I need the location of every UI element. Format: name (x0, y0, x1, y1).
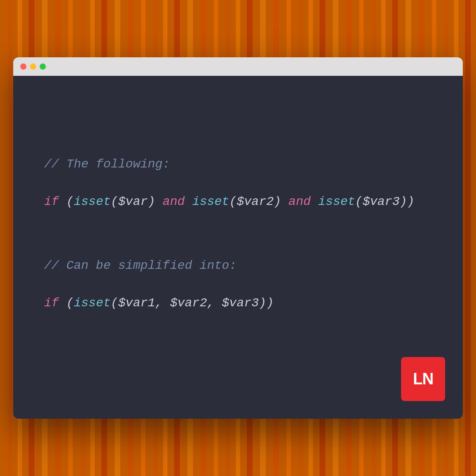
comment-1: // The following: (44, 155, 432, 175)
first-section: // The following: if (isset($var) and is… (44, 155, 432, 230)
code-editor: // The following: if (isset($var) and is… (13, 76, 463, 419)
paren-args-open: ( (111, 296, 118, 310)
comment-text-1: // The following: (44, 157, 170, 171)
paren-open-2: ( (66, 296, 74, 310)
minimize-button[interactable] (30, 63, 36, 70)
titlebar (13, 57, 463, 76)
maximize-button[interactable] (40, 63, 46, 70)
var-1: $var (118, 195, 148, 208)
paren-close-line1: )) (400, 195, 415, 208)
fn-isset-1: isset (74, 195, 111, 208)
code-line-1: if (isset($var) and isset($var2) and iss… (44, 192, 432, 212)
editor-window: // The following: if (isset($var) and is… (13, 57, 463, 419)
fn-isset-simplified: isset (74, 296, 111, 310)
keyword-and-1: and (163, 195, 185, 208)
logo-badge: LN (401, 357, 445, 401)
second-section: // Can be simplified into: if (isset($va… (44, 256, 432, 331)
logo-text: LN (413, 370, 433, 388)
keyword-and-2: and (289, 195, 311, 208)
code-line-2: if (isset($var1, $var2, $var3)) (44, 294, 432, 313)
paren-close-line2: )) (259, 296, 274, 310)
paren-close-var1: ) (148, 195, 155, 208)
close-button[interactable] (20, 63, 26, 70)
var-3: $var3 (363, 195, 400, 208)
fn-isset-3: isset (318, 195, 355, 208)
var-2: $var2 (237, 195, 274, 208)
fn-isset-2: isset (192, 195, 229, 208)
paren-var2: ( (229, 195, 237, 208)
keyword-if-2: if (44, 296, 59, 310)
paren-close-var2: ) (274, 195, 281, 208)
comment-2: // Can be simplified into: (44, 256, 432, 276)
comment-text-2: // Can be simplified into: (44, 259, 237, 272)
keyword-if-1: if (44, 195, 59, 208)
args: $var1, $var2, $var3 (118, 296, 259, 310)
paren-var1: ( (111, 195, 118, 208)
paren-open-1: ( (66, 195, 74, 208)
paren-var3: ( (355, 195, 363, 208)
